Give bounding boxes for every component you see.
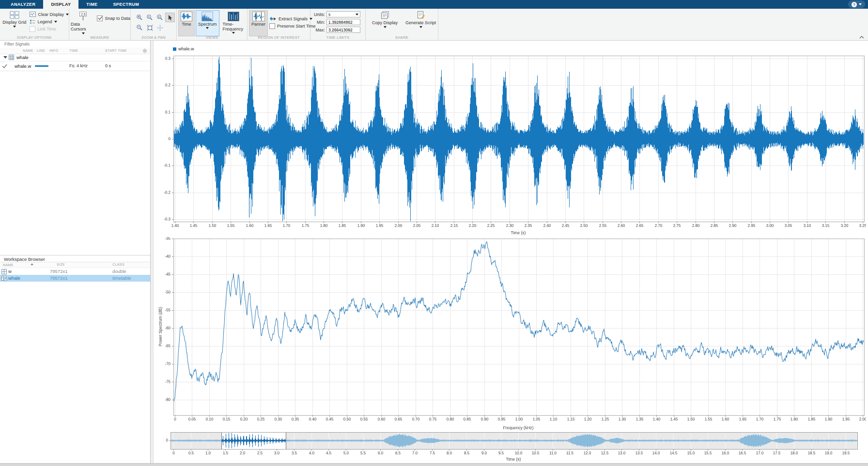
time-frequency-view-icon — [228, 12, 239, 21]
zoom-out-icon — [136, 24, 143, 31]
zoom-y-button[interactable]: y — [155, 13, 165, 22]
section-label: TIME LIMITS — [310, 35, 365, 40]
time-plot-xlabel: Time (s) — [173, 230, 864, 235]
workspace-browser-title[interactable]: Workspace Browser — [0, 255, 150, 262]
spectrum-view-icon — [202, 12, 213, 21]
panner-xlabel: Time (s) — [170, 457, 857, 462]
chevron-down-icon — [54, 21, 57, 23]
signal-line-swatch[interactable] — [35, 65, 48, 67]
zoom-out-button[interactable] — [135, 23, 144, 32]
ws-col-class[interactable]: CLASS — [112, 263, 124, 266]
preserve-start-time-checkbox[interactable] — [269, 23, 275, 29]
window-bottom-edge — [0, 463, 868, 466]
section-time-limits: Units: s Min: Max: TIME LIMITS — [310, 9, 366, 40]
section-zoom-pan: x y — [131, 9, 177, 40]
zoom-in-icon — [136, 14, 143, 21]
snap-to-data-label: Snap to Data — [105, 16, 130, 21]
panner-button[interactable]: Panner — [249, 10, 268, 36]
signal-checkbox[interactable] — [2, 63, 7, 68]
help-icon: ? — [852, 2, 857, 7]
min-field-wrap — [326, 19, 360, 25]
clear-display-button[interactable]: Clear Display — [30, 11, 69, 18]
tab-time[interactable]: TIME — [78, 0, 105, 9]
ribbon-spacer — [438, 9, 868, 40]
col-line[interactable]: LINE — [37, 49, 45, 52]
zoom-x-button[interactable]: x — [145, 13, 155, 22]
panner-canvas[interactable] — [154, 428, 866, 457]
time-view-button[interactable]: Time — [178, 10, 195, 36]
generate-script-label: Generate Script — [405, 20, 436, 25]
svg-text:2.5: 2.5 — [81, 13, 86, 16]
workspace-table-header: NAME SIZE CLASS — [0, 262, 150, 268]
panel-splitter[interactable] — [150, 41, 154, 466]
zoom-in-button[interactable] — [135, 13, 144, 22]
time-plot-canvas[interactable] — [154, 45, 866, 237]
help-button[interactable]: ? — [848, 0, 865, 8]
section-label: ZOOM & PAN — [131, 35, 176, 40]
tab-display[interactable]: DISPLAY — [43, 0, 78, 9]
expander-icon[interactable] — [3, 56, 7, 59]
spectrum-view-button[interactable]: Spectrum — [196, 10, 219, 36]
collapse-ribbon-button[interactable] — [859, 36, 864, 39]
section-share: Copy Display Generate Script SHARE — [366, 9, 438, 40]
data-cursors-button[interactable]: 2.5 Data Cursors — [69, 9, 97, 34]
col-info[interactable]: INFO — [49, 49, 58, 52]
workspace-row-whale[interactable]: whale 79572x1 timetable — [0, 275, 150, 282]
min-time-input[interactable] — [328, 20, 358, 25]
panner-label: Panner — [251, 22, 265, 27]
units-label: Units: — [312, 12, 325, 17]
chevron-down-icon — [232, 32, 235, 34]
chevron-down-icon — [66, 14, 69, 15]
section-label: DISPLAY OPTIONS — [0, 35, 69, 40]
chevron-down-icon — [356, 14, 358, 15]
time-frequency-view-label: Time-Frequency — [223, 22, 245, 31]
sort-ascending-icon — [31, 263, 33, 265]
col-start-time[interactable]: START TIME — [105, 49, 127, 52]
link-time-button: Link Time — [30, 25, 69, 32]
pointer-tool-button[interactable] — [165, 13, 175, 22]
pointer-arrow-icon — [167, 15, 173, 21]
snap-to-data-checkbox[interactable] — [97, 15, 103, 21]
extract-signals-label: Extract Signals — [279, 16, 308, 21]
signal-group-row[interactable]: whale — [0, 54, 150, 61]
display-grid-button[interactable]: Display Grid — [0, 9, 29, 32]
spectrum-ylabel: Power Spectrum (dB) — [158, 307, 163, 346]
tab-analyzer[interactable]: ANALYZER — [3, 0, 43, 9]
signal-analyzer-app: { "titlebar": { "tabs": [ {"label": "ANA… — [0, 0, 868, 466]
spectrum-view-label: Spectrum — [198, 22, 217, 27]
time-view-icon — [181, 12, 192, 21]
max-time-input[interactable] — [328, 28, 358, 32]
signal-name-label: whale.w — [15, 63, 31, 69]
workspace-row-w[interactable]: w 79572x1 double — [0, 268, 150, 275]
gear-icon[interactable] — [142, 48, 147, 53]
spectrum-plot-canvas[interactable] — [154, 237, 866, 426]
legend-button[interactable]: Legend — [30, 18, 69, 25]
signal-row[interactable]: whale.w Fs: 4 kHz 0 s — [0, 61, 150, 71]
section-label: SHARE — [366, 35, 438, 40]
generate-script-icon — [417, 11, 425, 19]
chevron-down-icon — [82, 32, 85, 34]
units-dropdown[interactable]: s — [326, 11, 360, 17]
max-label: Max: — [312, 28, 325, 32]
legend-icon — [30, 19, 35, 24]
tab-spectrum[interactable]: SPECTRUM — [105, 0, 147, 9]
ws-col-size[interactable]: SIZE — [57, 263, 65, 266]
chevron-down-icon — [206, 27, 209, 29]
preserve-start-time-label: Preserve Start Time — [277, 24, 316, 29]
zoom-x-icon: x — [146, 14, 153, 21]
col-name[interactable]: NAME — [23, 49, 33, 52]
col-time[interactable]: TIME — [69, 49, 78, 52]
ws-row-class: double — [112, 269, 126, 274]
panner-icon — [252, 12, 265, 21]
time-frequency-view-button[interactable]: Time-Frequency — [220, 10, 247, 36]
ws-row-size: 79572x1 — [50, 269, 67, 274]
preserve-start-time-control[interactable]: Preserve Start Time — [269, 22, 316, 30]
section-label: REGION OF INTEREST — [248, 35, 310, 40]
extract-signals-button[interactable]: Extract Signals — [269, 15, 316, 22]
filter-signals-input[interactable] — [3, 41, 102, 47]
snap-to-data-control[interactable]: Snap to Data — [97, 15, 130, 22]
fit-to-view-button[interactable] — [145, 23, 155, 32]
min-label: Min: — [312, 20, 325, 25]
section-roi: Panner Extract Signals Preserve Start Ti… — [248, 9, 310, 40]
signal-start-time-label: 0 s — [105, 63, 111, 68]
